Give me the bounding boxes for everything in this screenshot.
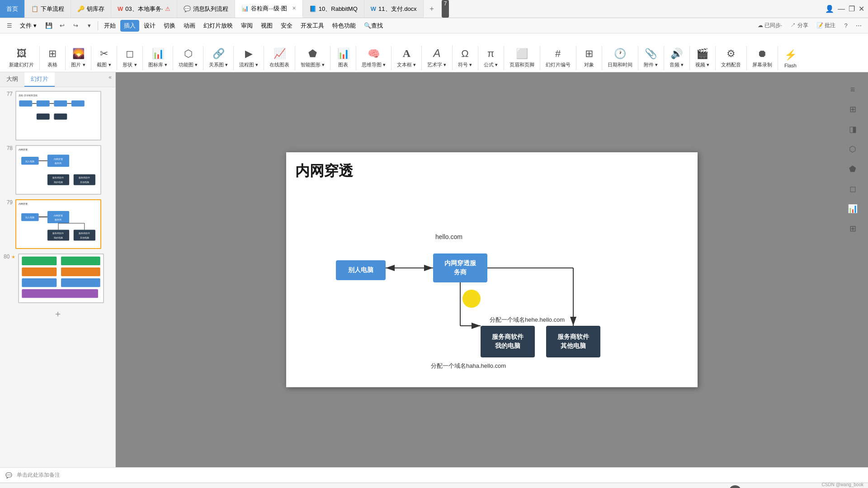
ribbon-docmatch[interactable]: ⚙ 文档配音: [718, 46, 744, 70]
slide-thumbnail[interactable]: [18, 253, 104, 303]
close-btn[interactable]: ✕: [859, 5, 864, 13]
ribbon-header[interactable]: ⬜ 页眉和页脚: [507, 46, 537, 70]
share-btn[interactable]: ↗ 分享: [787, 20, 811, 31]
ribbon-flash[interactable]: ⚡ Flash: [781, 47, 801, 70]
comment-bar[interactable]: 💬 单击此处添加备注: [0, 467, 868, 483]
ribbon-screenrec[interactable]: ⏺ 屏幕录制: [750, 46, 775, 70]
menu-animation[interactable]: 动画: [180, 20, 199, 32]
panel-collapse[interactable]: «: [105, 72, 115, 87]
right-btn-4[interactable]: ⬡: [844, 141, 861, 157]
menu-hamburger[interactable]: ☰: [4, 20, 15, 32]
svg-rect-29: [47, 211, 69, 223]
slide-thumbnail[interactable]: 内网穿透 别人电脑 内网穿透 服务商 服务商软件 我的电脑 服务商软件 其他: [15, 199, 101, 249]
ribbon-symbol[interactable]: Ω 符号 ▾: [455, 46, 475, 70]
ribbon-relation[interactable]: 🔗 关系图 ▾: [206, 46, 231, 70]
ribbon-arttext[interactable]: A 艺术字 ▾: [425, 45, 449, 70]
ribbon-shape[interactable]: ◻ 形状 ▾: [120, 46, 140, 70]
ribbon-new-slide[interactable]: 🖼 新建幻灯片: [6, 46, 37, 70]
ribbon-smartshape[interactable]: ⬟ 智能图形 ▾: [298, 46, 327, 70]
tab-grade[interactable]: 📊 谷粒商···级·图 ✕: [235, 0, 302, 18]
tab-rabbit[interactable]: 📘 10、RabbitMQ: [303, 0, 364, 18]
ribbon-audio[interactable]: 🔊 音频 ▾: [667, 46, 687, 70]
svg-rect-44: [22, 257, 57, 265]
tab-queue[interactable]: 💬 消息队列流程: [177, 0, 235, 18]
ribbon-funcshape[interactable]: ⬡ 功能图 ▾: [176, 46, 200, 70]
help-btn[interactable]: ?: [840, 20, 852, 32]
quick-save[interactable]: 💾: [43, 20, 55, 32]
box-service-mine[interactable]: 服务商软件 我的电脑: [481, 326, 535, 357]
tab-slides[interactable]: 幻灯片: [24, 72, 55, 87]
menu-feature[interactable]: 特色功能: [329, 20, 359, 32]
tab-grade-close[interactable]: ✕: [292, 5, 296, 11]
quick-more[interactable]: ▾: [84, 20, 95, 32]
ribbon-chart[interactable]: 📊 图表: [333, 46, 353, 70]
right-btn-8[interactable]: ⊞: [844, 221, 861, 237]
menu-bar: ☰ 文件 ▾ 💾 ↩ ↪ ▾ 开始 插入 设计 切换 动画 幻灯片放映 审阅 视…: [0, 18, 868, 33]
right-btn-5[interactable]: ⬟: [844, 161, 861, 177]
menu-slideshow[interactable]: 幻灯片放映: [200, 20, 236, 32]
ribbon-table[interactable]: ⊞ 表格: [42, 46, 62, 70]
add-slide-btn[interactable]: ＋: [53, 308, 62, 320]
tab-local[interactable]: W 03、本地事务· ⚠: [111, 0, 177, 18]
label-hello: hello.com: [435, 233, 462, 240]
tab-order[interactable]: 📋 下单流程: [25, 0, 71, 18]
minimize-btn[interactable]: —: [838, 5, 845, 13]
ribbon-group-datetime: 🕐 日期和时间: [602, 46, 638, 70]
list-item[interactable]: 79 内网穿透 别人电脑 内网穿透 服务商 服务商软件 我的: [3, 198, 113, 250]
ribbon-object[interactable]: ⊞ 对象: [579, 46, 599, 70]
right-btn-2[interactable]: ⊞: [844, 101, 861, 117]
tab-home[interactable]: 首页: [0, 0, 25, 18]
ribbon-attach[interactable]: 📎 附件 ▾: [641, 46, 661, 70]
slide-thumbnail[interactable]: 内网穿透 别人电脑 内网穿透 服务商 服务商软件 我的电脑 服务商软件 其他电脑: [15, 145, 101, 195]
ribbon-formula[interactable]: π 公式 ▾: [481, 46, 501, 70]
box-tunnel[interactable]: 内网穿透服务商: [433, 253, 487, 282]
tab-outline[interactable]: 大纲: [0, 72, 24, 87]
ribbon-video[interactable]: 🎬 视频 ▾: [693, 46, 712, 70]
menu-security[interactable]: 安全: [277, 20, 296, 32]
ribbon-mindmap[interactable]: 🧠 思维导图 ▾: [359, 46, 388, 70]
more-menu-btn[interactable]: ⋯: [853, 20, 864, 32]
ribbon-datetime[interactable]: 🕐 日期和时间: [605, 46, 635, 70]
diagram: hello.com 别人电脑 内网穿透服务商 服务商软件 我的电脑 服务商软件 …: [295, 190, 684, 362]
canvas-area[interactable]: 内网穿透: [116, 72, 868, 467]
ribbon-slidenum[interactable]: # 幻灯片编号: [543, 46, 573, 70]
batch-btn[interactable]: 📝 批注: [813, 20, 839, 31]
slide-thumbnail[interactable]: 流程-支付钥库流程: [15, 91, 101, 141]
list-item[interactable]: 78 内网穿透 别人电脑 内网穿透 服务商 服务商软件 我的电脑: [3, 144, 113, 196]
list-item[interactable]: 80 ★: [3, 253, 113, 304]
tab-local-icon: W: [118, 5, 123, 12]
ribbon-flowchart[interactable]: ▶ 流程图 ▾: [236, 46, 261, 70]
sync-btn[interactable]: ☁ 已同步·: [754, 20, 786, 31]
menu-start[interactable]: 开始: [100, 20, 119, 32]
box-service-other[interactable]: 服务商软件 其他电脑: [546, 326, 600, 357]
ribbon-chartlib[interactable]: 📊 图标库 ▾: [146, 46, 170, 70]
box-other-pc[interactable]: 别人电脑: [336, 260, 386, 280]
right-btn-3[interactable]: ◨: [844, 121, 861, 137]
list-item[interactable]: 77 流程-支付钥库流程: [3, 90, 113, 141]
play-btn[interactable]: ▶: [729, 485, 741, 488]
menu-review[interactable]: 审阅: [237, 20, 256, 32]
menu-insert[interactable]: 插入: [120, 20, 139, 32]
tab-add-button[interactable]: ＋: [424, 0, 440, 18]
comment-placeholder[interactable]: 单击此处添加备注: [17, 471, 60, 479]
svg-rect-45: [22, 267, 57, 276]
ribbon-screenshot[interactable]: ✂ 截图 ▾: [94, 46, 114, 70]
tab-pay[interactable]: W 11、支付.docx: [364, 0, 424, 18]
menu-switch[interactable]: 切换: [160, 20, 179, 32]
menu-search[interactable]: 🔍查找: [360, 20, 387, 32]
restore-btn[interactable]: ❐: [849, 5, 855, 13]
ribbon-onlinechart[interactable]: 📈 在线图表: [267, 46, 292, 70]
menu-design[interactable]: 设计: [140, 20, 159, 32]
menu-file[interactable]: 文件 ▾: [16, 20, 40, 32]
tab-inventory[interactable]: 🔑 钥库存: [71, 0, 111, 18]
right-btn-1[interactable]: ≡: [844, 81, 861, 98]
quick-undo[interactable]: ↩: [57, 20, 68, 32]
right-btn-7[interactable]: 📊: [844, 201, 861, 217]
ribbon-textbox[interactable]: A 文本框 ▾: [394, 46, 419, 70]
menu-view[interactable]: 视图: [257, 20, 276, 32]
menu-dev[interactable]: 开发工具: [297, 20, 328, 32]
right-btn-6[interactable]: ◻: [844, 181, 861, 197]
quick-redo[interactable]: ↪: [70, 20, 82, 32]
textbox-icon: A: [403, 47, 410, 60]
ribbon-image[interactable]: 🌄 图片 ▾: [68, 46, 88, 70]
